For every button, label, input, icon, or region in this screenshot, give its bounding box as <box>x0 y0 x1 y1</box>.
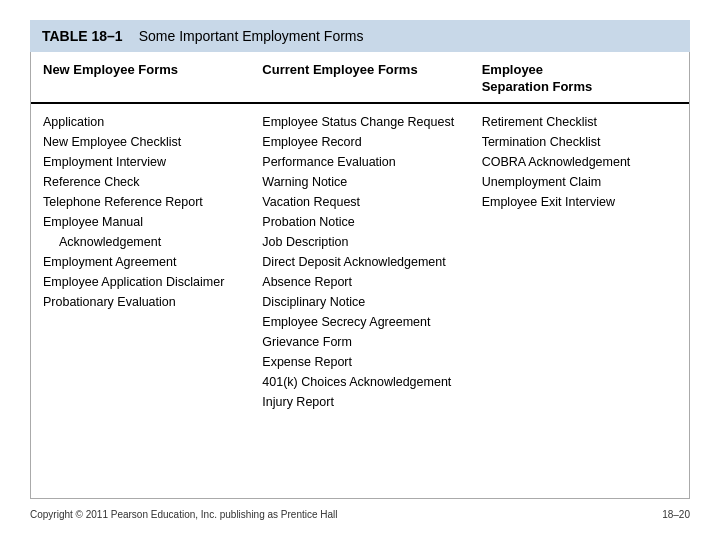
table-header: TABLE 18–1 Some Important Employment For… <box>30 20 690 52</box>
col-header-new: New Employee Forms <box>31 62 250 96</box>
list-item: Vacation Request <box>262 192 457 212</box>
list-item: Employee Status Change Request <box>262 112 457 132</box>
list-item: Telephone Reference Report <box>43 192 238 212</box>
list-item: Job Description <box>262 232 457 252</box>
list-item: 401(k) Choices Acknowledgement <box>262 372 457 392</box>
col-header-separation-line1: Employee <box>482 62 543 77</box>
list-item: Probationary Evaluation <box>43 292 238 312</box>
columns-header: New Employee Forms Current Employee Form… <box>31 52 689 104</box>
columns-content: ApplicationNew Employee ChecklistEmploym… <box>31 104 689 498</box>
list-item: Employment Agreement <box>43 252 238 272</box>
list-item: Termination Checklist <box>482 132 677 152</box>
col-header-separation: Employee Separation Forms <box>470 62 689 96</box>
list-item: Employee Manual <box>43 212 238 232</box>
table-body: New Employee Forms Current Employee Form… <box>30 52 690 499</box>
list-item: COBRA Acknowledgement <box>482 152 677 172</box>
col-header-separation-line2: Separation Forms <box>482 79 593 94</box>
list-item: Application <box>43 112 238 132</box>
table-title: Some Important Employment Forms <box>139 28 364 44</box>
list-item: Performance Evaluation <box>262 152 457 172</box>
list-item: Grievance Form <box>262 332 457 352</box>
list-item: New Employee Checklist <box>43 132 238 152</box>
list-item: Injury Report <box>262 392 457 412</box>
list-item: Reference Check <box>43 172 238 192</box>
list-item: Employee Exit Interview <box>482 192 677 212</box>
col-separation-items: Retirement ChecklistTermination Checklis… <box>470 112 689 490</box>
list-item: Warning Notice <box>262 172 457 192</box>
col-current-items: Employee Status Change RequestEmployee R… <box>250 112 469 490</box>
list-item: Employee Record <box>262 132 457 152</box>
list-item: Employee Application Disclaimer <box>43 272 238 292</box>
footer-page: 18–20 <box>662 509 690 520</box>
list-item: Disciplinary Notice <box>262 292 457 312</box>
footer: Copyright © 2011 Pearson Education, Inc.… <box>30 509 690 520</box>
page-container: TABLE 18–1 Some Important Employment For… <box>0 0 720 540</box>
list-item: Retirement Checklist <box>482 112 677 132</box>
table-number: TABLE 18–1 <box>42 28 123 44</box>
list-item: Employment Interview <box>43 152 238 172</box>
col-header-current: Current Employee Forms <box>250 62 469 96</box>
list-item: Probation Notice <box>262 212 457 232</box>
list-item: Acknowledgement <box>43 232 238 252</box>
list-item: Absence Report <box>262 272 457 292</box>
list-item: Employee Secrecy Agreement <box>262 312 457 332</box>
list-item: Direct Deposit Acknowledgement <box>262 252 457 272</box>
footer-copyright: Copyright © 2011 Pearson Education, Inc.… <box>30 509 338 520</box>
col-new-items: ApplicationNew Employee ChecklistEmploym… <box>31 112 250 490</box>
list-item: Expense Report <box>262 352 457 372</box>
list-item: Unemployment Claim <box>482 172 677 192</box>
